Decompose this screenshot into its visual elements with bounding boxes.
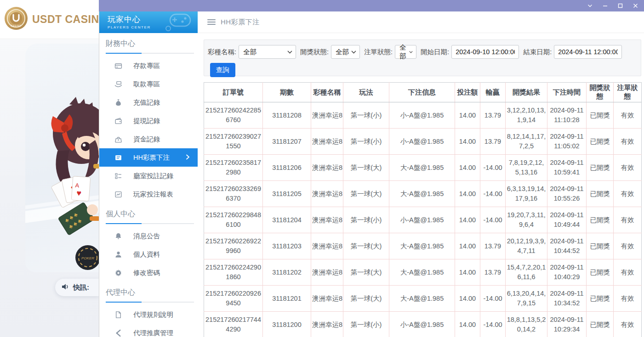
lottery-name-cell: 澳洲幸运8 [311,181,343,207]
brand-logo[interactable]: CASINO USDT CASINO [0,0,99,39]
period-cell: 31181208 [263,102,311,129]
draw-status-select[interactable]: 全部 [331,45,360,59]
bet-records-table: 訂單號期數彩種名稱玩法下注信息投注額輸贏開獎結果下注時間開獎狀態注單狀態 215… [204,82,642,337]
bet-info-cell: 大-A盤@1.985 [389,286,455,312]
sidebar-item-lottery-note[interactable]: HH彩票下注 [99,148,198,167]
svg-text:CASINO: CASINO [11,25,22,27]
draw-result-cell: 20,12,19,3,9,4,7,11 [506,233,547,259]
order-id-column-header: 訂單號 [204,83,263,102]
lottery-name-select[interactable]: 全部 [239,45,296,59]
table-row: 215217260242285676031181208澳洲幸运8第一球(小)小-… [204,102,642,129]
bet-amount-cell: 14.00 [455,207,480,233]
sidebar-header: 玩家中心 PLAYERS CENTER [99,11,198,33]
bet-amount-cell: 14.00 [455,233,480,259]
maximize-icon[interactable] [617,3,623,9]
lottery-name-cell: 澳洲幸运8 [311,155,343,181]
end-date-input[interactable] [554,45,622,59]
minimize-icon[interactable] [602,3,608,9]
sidebar-item-report-chart[interactable]: 玩家投注報表 [99,185,198,203]
menu-toggle-icon[interactable] [207,19,216,25]
order-status-cell: 有效 [614,286,642,312]
draw-status-cell: 已開獎 [587,129,614,155]
end-date-label: 結束日期: [523,48,552,56]
bet-time-cell: 2024-09-11 11:05:02 [547,129,587,155]
ticker-label: 快訊: [73,283,89,292]
order-id-cell: 2152172602332696370 [204,181,263,207]
sidebar-item-label: 存款專區 [133,62,160,70]
withdraw-hand-icon [114,80,122,88]
sidebar-item-deposit-card[interactable]: 存款專區 [99,56,198,75]
password-gear-icon [114,269,122,277]
sidebar-item-withdraw-hand[interactable]: 取款專區 [99,75,198,93]
funds-purse-icon [114,135,122,143]
brand-name: USDT CASINO [32,13,99,26]
section-divider [106,223,194,224]
draw-result-cell: 19,20,7,3,11,9,6,4 [506,207,547,233]
bet-time-cell: 2024-09-11 10:44:52 [547,233,587,259]
sidebar-item-label: 修改密碼 [133,269,160,277]
draw-status-column-header: 開獎狀態 [587,83,614,102]
main-panel: HH彩票下注 彩種名稱: 全部 開獎狀態: 全部 注單狀態: 全部 [198,11,644,337]
bet-time-cell: 2024-09-11 10:59:41 [547,155,587,181]
period-cell: 31181203 [263,233,311,259]
win-loss-cell: -14.00 [480,207,506,233]
bet-info-cell: 小-A盤@1.985 [389,207,455,233]
sidebar-item-label: 充值記錄 [133,98,160,107]
bet-amount-cell: 14.00 [455,181,480,207]
sidebar-item-agent-promo-share[interactable]: 代理推廣管理 [99,324,198,337]
period-cell: 31181205 [263,181,311,207]
sidebar-item-label: 玩家投注報表 [133,190,173,199]
sidebar-item-hall-list[interactable]: 廳室投註記錄 [99,167,198,185]
window-titlebar [99,0,644,11]
play-type-cell: 第一球(小) [343,312,389,337]
play-type-cell: 第一球(小) [343,129,389,155]
withdrawal-wallet-icon [114,117,122,125]
order-status-select[interactable]: 全部 [395,45,416,59]
order-status-select-value: 全部 [399,43,409,61]
bet-time-cell: 2024-09-11 10:34:52 [547,286,587,312]
draw-status-cell: 已開獎 [587,286,614,312]
sidebar-item-funds-purse[interactable]: 資金記錄 [99,130,198,148]
sidebar-item-label: 消息公告 [133,232,160,241]
section-title: 代理中心 [106,288,191,298]
draw-result-cell: 7,8,19,2,12,5,13,16 [506,155,547,181]
sidebar-item-password-gear[interactable]: 修改密碼 [99,264,198,282]
sidebar-item-withdrawal-wallet[interactable]: 提現記錄 [99,112,198,130]
order-id-cell: 2152172602242901860 [204,259,263,286]
table-row: 215217260233269637031181205澳洲幸运8第一球(大)大-… [204,181,642,207]
bet-amount-cell: 14.00 [455,312,480,337]
sidebar-item-announcement-bell[interactable]: 消息公告 [99,227,198,245]
period-cell: 31181200 [263,312,311,337]
start-date-input[interactable] [451,45,519,59]
draw-status-select-value: 全部 [336,48,349,56]
query-button[interactable]: 查詢 [210,63,235,77]
table-row: 215217260220926945031181201澳洲幸运8第一球(大)大-… [204,286,642,312]
order-status-cell: 有效 [614,207,642,233]
close-icon[interactable] [632,3,638,9]
play-type-cell: 第一球(小) [343,102,389,129]
sidebar-item-profile-person[interactable]: 個人資料 [99,245,198,264]
lottery-note-icon [114,153,122,162]
period-cell: 31181201 [263,286,311,312]
bet-info-cell: 小-A盤@1.985 [389,312,455,337]
bet-time-cell: 2024-09-11 11:10:28 [547,102,587,129]
sidebar-item-recharge-moneybag[interactable]: 充值記錄 [99,93,198,112]
lottery-name-cell: 澳洲幸运8 [311,259,343,286]
lottery-name-column-header: 彩種名稱 [311,83,343,102]
lottery-name-cell: 澳洲幸运8 [311,207,343,233]
order-status-cell: 有效 [614,129,642,155]
section-title: 財務中心 [106,39,191,49]
sidebar-item-agent-rules-doc[interactable]: 代理規則說明 [99,305,198,324]
app-window: CASINO USDT CASINO [0,0,644,337]
period-column-header: 期數 [263,83,311,102]
agent-rules-doc-icon [114,310,122,319]
draw-status-cell: 已開獎 [587,181,614,207]
bet-amount-cell: 14.00 [455,102,480,129]
draw-status-cell: 已開獎 [587,233,614,259]
chevron-down-icon [351,51,356,54]
promo-card: ♥ A ♥ ♣ ♣ ♣ ♣ ♣ ♣ [25,44,99,272]
bet-info-cell: 大-A盤@1.985 [389,233,455,259]
chevron-down-icon[interactable] [587,3,593,9]
win-loss-cell: 13.79 [480,233,506,259]
bet-time-cell: 2024-09-11 10:40:29 [547,259,587,286]
